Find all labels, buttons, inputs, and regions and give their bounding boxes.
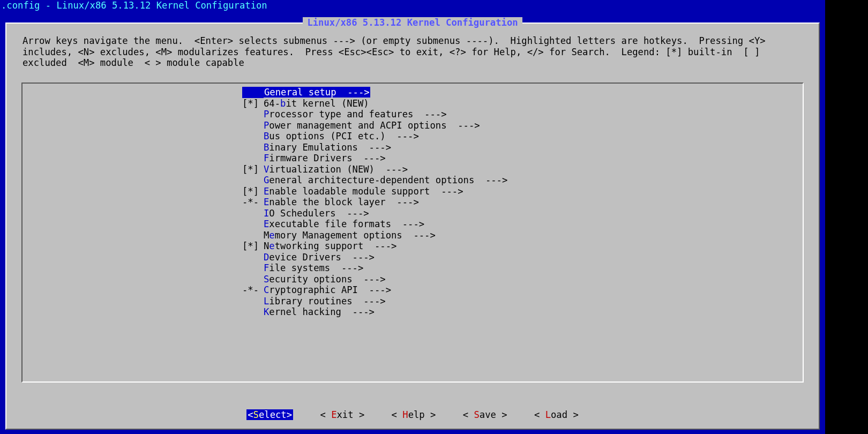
menu-item[interactable]: [*] Enable loadable module support ---> bbox=[23, 186, 803, 197]
menu-item-label: it kernel (NEW) bbox=[286, 98, 369, 109]
menu-item-prefix bbox=[242, 274, 264, 285]
help-button-hotkey: H bbox=[402, 409, 408, 420]
menu-item[interactable]: [*] 64-bit kernel (NEW) bbox=[23, 98, 803, 109]
menu-item-label: eneral architecture-dependent options --… bbox=[269, 175, 507, 185]
menu-item-prefix bbox=[242, 230, 264, 241]
help-legend-text: Arrow keys navigate the menu. <Enter> se… bbox=[23, 35, 803, 69]
menu-item-label: evice Drivers ---> bbox=[269, 252, 375, 263]
menu-item[interactable]: -*- Cryptographic API ---> bbox=[23, 285, 803, 296]
menu-item-prefix bbox=[242, 296, 264, 307]
menu-item-label: ower management and ACPI options ---> bbox=[269, 120, 480, 131]
menu-item-prefix: -*- bbox=[242, 285, 264, 296]
menu-item-hotkey: L bbox=[264, 296, 269, 306]
menu-item-prefix bbox=[242, 263, 264, 274]
menu-item[interactable]: Processor type and features ---> bbox=[23, 109, 803, 120]
menu-item-hotkey: I bbox=[264, 208, 269, 219]
menu-item[interactable]: Firmware Drivers ---> bbox=[23, 153, 803, 164]
main-panel: Linux/x86 5.13.12 Kernel Configuration A… bbox=[5, 23, 820, 430]
panel-title-text: Linux/x86 5.13.12 Kernel Configuration bbox=[303, 17, 522, 28]
menu-item[interactable]: File systems ---> bbox=[23, 263, 803, 274]
menu-item[interactable]: [*] Virtualization (NEW) ---> bbox=[23, 164, 803, 175]
menu-item-label: ibrary routines ---> bbox=[269, 296, 385, 306]
menu-item-prefix bbox=[242, 142, 264, 153]
menu-item[interactable]: Binary Emulations ---> bbox=[23, 142, 803, 153]
menu-item-hotkey: e bbox=[269, 241, 274, 251]
menu-item-label: irmware Drivers ---> bbox=[269, 153, 385, 163]
menu-item-label: rocessor type and features ---> bbox=[269, 109, 446, 119]
menu-item-label: irtualization (NEW) ---> bbox=[269, 164, 408, 175]
help-button[interactable]: < Help > bbox=[392, 409, 436, 421]
menu-item-prefix: [*] bbox=[242, 241, 264, 252]
menu-item-prefix bbox=[242, 252, 264, 263]
menu-item-label: ryptographic API ---> bbox=[269, 285, 391, 295]
menu-item[interactable]: Executable file formats ---> bbox=[23, 219, 803, 230]
menu-item-hotkey: E bbox=[264, 186, 269, 197]
menu-item-prefix: [*] bbox=[242, 164, 264, 175]
menu-item[interactable]: Kernel hacking ---> bbox=[23, 306, 803, 318]
load-button[interactable]: < Load > bbox=[534, 409, 579, 421]
menu-item-label: ecurity options ---> bbox=[269, 274, 385, 285]
menu-item-prefix bbox=[242, 87, 264, 98]
menu-item-hotkey: E bbox=[264, 197, 269, 207]
menu-item-label: mory Management options ---> bbox=[275, 230, 436, 241]
menu-item-prefix bbox=[242, 219, 264, 230]
select-button[interactable]: <Select> bbox=[246, 409, 293, 421]
button-bar: <Select> < Exit > < Help > < Save > < Lo… bbox=[6, 409, 819, 421]
menu-item[interactable]: IO Schedulers ---> bbox=[23, 208, 803, 219]
menu-item-label: General setup ---> bbox=[264, 87, 370, 98]
menu-item-hotkey: S bbox=[264, 274, 269, 285]
select-button-hotkey: S bbox=[253, 409, 259, 420]
menu-item-hotkey: b bbox=[280, 98, 286, 109]
menu-item[interactable]: Memory Management options ---> bbox=[23, 230, 803, 241]
menu-item-label: inary Emulations ---> bbox=[269, 142, 391, 153]
menu-item-prefix: [*] bbox=[242, 98, 264, 109]
exit-button[interactable]: < Exit > bbox=[320, 409, 364, 421]
menu-item-prefix: [*] bbox=[242, 186, 264, 197]
menu-item[interactable]: Device Drivers ---> bbox=[23, 252, 803, 263]
menu-item-prefix bbox=[242, 208, 264, 219]
load-button-hotkey: L bbox=[545, 409, 551, 420]
menu-item-label: O Schedulers ---> bbox=[269, 208, 369, 219]
exit-button-hotkey: E bbox=[331, 409, 336, 420]
menu-item[interactable]: Security options ---> bbox=[23, 274, 803, 285]
menu-item-label: nable loadable module support ---> bbox=[269, 186, 463, 197]
save-button-hotkey: S bbox=[474, 409, 479, 420]
menu-item-label: us options (PCI etc.) ---> bbox=[269, 131, 418, 141]
menu-item-hotkey: C bbox=[264, 285, 269, 295]
menu-item-hotkey: P bbox=[264, 120, 269, 131]
menu-item-hotkey: e bbox=[269, 230, 274, 241]
menu-item[interactable]: General setup ---> bbox=[23, 87, 803, 98]
menu-item[interactable]: Power management and ACPI options ---> bbox=[23, 120, 803, 131]
menu-item-hotkey: B bbox=[264, 131, 269, 141]
menu-item[interactable]: -*- Enable the block layer ---> bbox=[23, 197, 803, 208]
menu-item-hotkey: K bbox=[264, 306, 269, 317]
menu-item[interactable]: General architecture-dependent options -… bbox=[23, 175, 803, 186]
window-title-bar: .config - Linux/x86 5.13.12 Kernel Confi… bbox=[0, 0, 825, 11]
menu-item-prefix bbox=[242, 306, 264, 318]
menu-item-hotkey: G bbox=[264, 175, 269, 185]
menuconfig-screen: .config - Linux/x86 5.13.12 Kernel Confi… bbox=[0, 0, 825, 434]
menu-item-hotkey: B bbox=[264, 142, 269, 153]
menu-item-hotkey: F bbox=[264, 263, 269, 273]
menu-item-hotkey: D bbox=[264, 252, 269, 263]
menu-item[interactable]: Library routines ---> bbox=[23, 296, 803, 307]
menu-item-prefix bbox=[242, 109, 264, 120]
menu-item-hotkey: F bbox=[264, 153, 269, 163]
menu-item-prefix: -*- bbox=[242, 197, 264, 208]
menu-item-label: ernel hacking ---> bbox=[269, 306, 375, 317]
panel-title: Linux/x86 5.13.12 Kernel Configuration bbox=[6, 17, 819, 28]
select-button-rest: elect> bbox=[259, 409, 292, 420]
save-button[interactable]: < Save > bbox=[463, 409, 507, 421]
menu-item-prefix bbox=[242, 153, 264, 164]
menu-item[interactable]: Bus options (PCI etc.) ---> bbox=[23, 131, 803, 142]
menu-item-prefix bbox=[242, 120, 264, 131]
window-title: .config - Linux/x86 5.13.12 Kernel Confi… bbox=[1, 0, 267, 11]
menu-item-prefix bbox=[242, 131, 264, 142]
menu-item-hotkey: P bbox=[264, 109, 269, 119]
menu-item-hotkey: V bbox=[264, 164, 269, 175]
menu-item-label: nable the block layer ---> bbox=[269, 197, 418, 207]
menu-listbox[interactable]: General setup --->[*] 64-bit kernel (NEW… bbox=[21, 83, 804, 383]
menu-item-label: xecutable file formats ---> bbox=[269, 219, 424, 229]
menu-item-label: ile systems ---> bbox=[269, 263, 363, 273]
menu-item[interactable]: [*] Networking support ---> bbox=[23, 241, 803, 252]
